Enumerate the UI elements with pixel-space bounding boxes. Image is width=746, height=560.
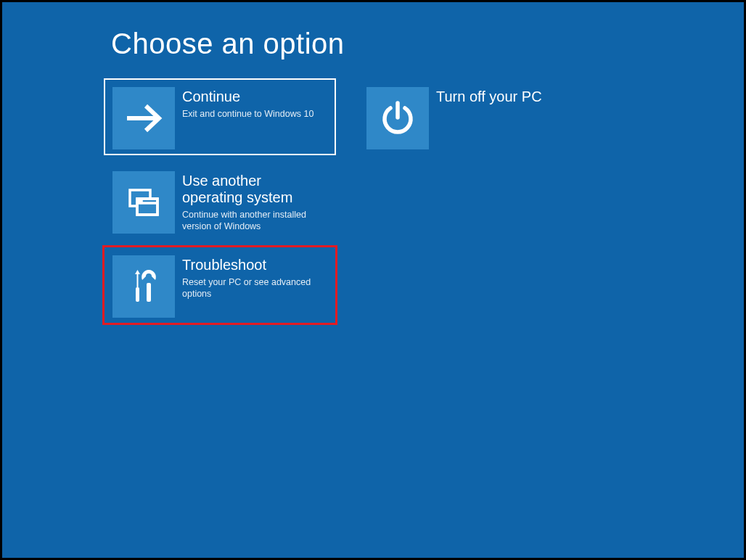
svg-rect-6 xyxy=(136,287,139,302)
windows-stack-icon xyxy=(112,171,175,234)
turn-off-pc-tile[interactable]: Turn off your PC xyxy=(358,78,590,155)
power-icon xyxy=(366,87,429,149)
tools-icon xyxy=(112,255,175,318)
turn-off-pc-heading: Turn off your PC xyxy=(436,88,542,105)
troubleshoot-tile[interactable]: Troubleshoot Reset your PC or see advanc… xyxy=(104,247,336,324)
troubleshoot-heading: Troubleshoot xyxy=(182,257,324,273)
svg-marker-8 xyxy=(135,270,140,274)
continue-heading: Continue xyxy=(182,88,313,105)
use-another-os-subtext: Continue with another installed version … xyxy=(182,209,324,233)
troubleshoot-subtext: Reset your PC or see advanced options xyxy=(182,276,324,300)
page-title: Choose an option xyxy=(111,28,590,60)
use-another-os-tile[interactable]: Use another operating system Continue wi… xyxy=(104,162,336,239)
use-another-os-heading: Use another operating system xyxy=(182,173,324,206)
svg-rect-5 xyxy=(139,200,142,202)
continue-tile[interactable]: Continue Exit and continue to Windows 10 xyxy=(104,78,336,155)
continue-subtext: Exit and continue to Windows 10 xyxy=(182,108,313,120)
svg-rect-7 xyxy=(137,274,139,287)
svg-rect-9 xyxy=(147,283,151,302)
arrow-right-icon xyxy=(112,87,175,149)
